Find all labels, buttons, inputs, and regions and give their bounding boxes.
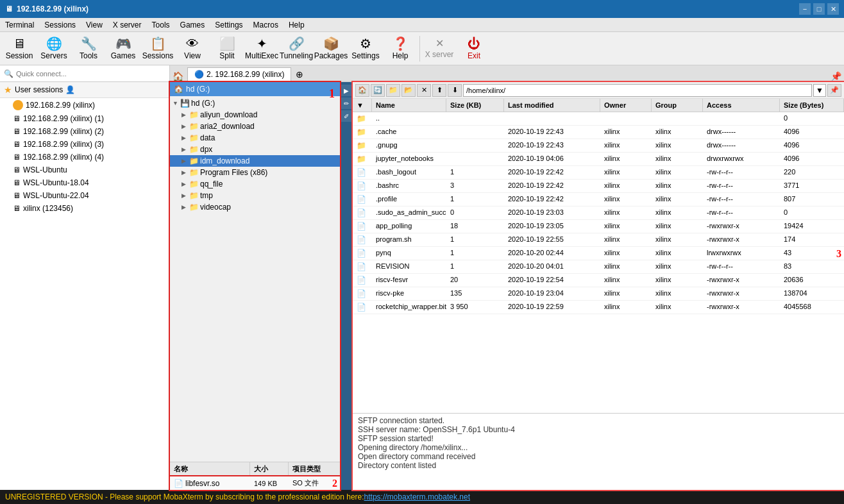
sftp-btn-delete[interactable]: ✕ <box>417 84 431 97</box>
tree-item-data[interactable]: ▶ 📁 data <box>170 132 340 144</box>
status-link[interactable]: https://mobaxterm.mobatek.net <box>364 492 470 501</box>
file-tree-content[interactable]: ▼ 💾 hd (G:) ▶ 📁 aliyun_download ▶ 📁 <box>170 96 340 462</box>
menu-sessions[interactable]: Sessions <box>39 18 81 31</box>
folder-icon-tmp: 📁 <box>189 191 199 200</box>
menu-terminal[interactable]: Terminal <box>0 18 39 31</box>
session-item-5[interactable]: 🖥 192.168.2.99 (xilinx) (4) <box>0 151 169 164</box>
sftp-row-sudo[interactable]: 📄 .sudo_as_admin_successful 0 2020-10-19… <box>353 206 844 220</box>
sftp-header-group[interactable]: Group <box>652 99 703 112</box>
sidebar-btn-3[interactable]: ✐ <box>341 110 352 122</box>
tool-tunneling[interactable]: 🔗 Tunneling <box>280 34 313 63</box>
session-item-wsl[interactable]: 🖥 WSL-Ubuntu <box>0 164 169 176</box>
local-file-row-1[interactable]: 📄 libfesvr.so 149 KB SO 文件 <box>170 476 340 490</box>
close-button[interactable]: ✕ <box>827 3 839 15</box>
session-item-2[interactable]: 🖥 192.168.2.99 (xilinx) (1) <box>0 112 169 125</box>
folder-icon-pf: 📁 <box>189 168 199 177</box>
sftp-header-size-kb[interactable]: Size (KB) <box>446 99 504 112</box>
sftp-row-cache[interactable]: 📁 .cache 2020-10-19 22:43 xilinx xilinx … <box>353 126 844 139</box>
sftp-row-bashrc[interactable]: 📄 .bashrc 3 2020-10-19 22:42 xilinx xili… <box>353 180 844 193</box>
main-layout: 🔍 ★ User sessions 👤 192.168.2.99 (xilinx… <box>0 65 844 490</box>
menu-settings[interactable]: Settings <box>210 18 248 31</box>
sftp-btn-download[interactable]: ⬇ <box>448 84 462 97</box>
sftp-cell-access-dotdot <box>703 112 780 125</box>
session-item-1[interactable]: 192.168.2.99 (xilinx) <box>0 98 169 112</box>
session-item-3[interactable]: 🖥 192.168.2.99 (xilinx) (2) <box>0 125 169 138</box>
session-item-wsl22[interactable]: 🖥 WSL-Ubuntu-22.04 <box>0 189 169 202</box>
sftp-btn-newfolder[interactable]: 📂 <box>401 84 416 97</box>
sftp-table-header: ▼ Name Size (KB) Last modified Owner Gro… <box>353 99 844 112</box>
sftp-header-modified[interactable]: Last modified <box>504 99 600 112</box>
tree-item-root[interactable]: ▼ 💾 hd (G:) <box>170 97 340 109</box>
sftp-header-sort[interactable]: ▼ <box>353 99 372 112</box>
tree-item-tmp[interactable]: ▶ 📁 tmp <box>170 190 340 201</box>
drive-icon: 💾 <box>180 99 190 108</box>
quick-connect-bar[interactable]: 🔍 <box>0 65 169 82</box>
sftp-row-rocketchip[interactable]: 📄 rocketchip_wrapper.bit.bin 3 950 2020-… <box>353 301 844 314</box>
sftp-row-revision[interactable]: 📄 REVISION 1 2020-10-20 04:01 xilinx xil… <box>353 260 844 274</box>
tree-item-videocap[interactable]: ▶ 📁 videocap <box>170 201 340 213</box>
tool-xserver[interactable]: ✕ X server <box>423 34 456 63</box>
sftp-row-gnupg[interactable]: 📁 .gnupg 2020-10-19 22:43 xilinx xilinx … <box>353 139 844 153</box>
sftp-row-pynq[interactable]: 📄 pynq 1 2020-10-20 02:44 xilinx xilinx … <box>353 247 844 260</box>
tool-servers[interactable]: 🌐 Servers <box>37 34 71 63</box>
tree-item-qqfile[interactable]: ▶ 📁 qq_file <box>170 178 340 190</box>
tab-main[interactable]: 🔵 2. 192.168.2.99 (xilinx) <box>187 67 291 81</box>
sftp-btn-pin[interactable]: 📌 <box>827 84 841 97</box>
sftp-cell-name-revision: REVISION <box>372 260 446 273</box>
sftp-row-riscv-pke[interactable]: 📄 riscv-pke 135 2020-10-19 23:04 xilinx … <box>353 287 844 301</box>
sftp-cell-size-profile: 1 <box>446 193 504 206</box>
menu-tools[interactable]: Tools <box>147 18 175 31</box>
menu-help[interactable]: Help <box>283 18 310 31</box>
tool-session[interactable]: 🖥 Session <box>3 34 36 63</box>
session-item-wsl18[interactable]: 🖥 WSL-Ubuntu-18.04 <box>0 176 169 189</box>
sftp-btn-upload[interactable]: ⬆ <box>432 84 446 97</box>
tool-sessions[interactable]: 📋 Sessions <box>141 34 174 63</box>
tool-split[interactable]: ⬜ Split <box>210 34 244 63</box>
sftp-cell-owner-gnupg: xilinx <box>600 139 652 152</box>
tool-games[interactable]: 🎮 Games <box>106 34 140 63</box>
session-item-4[interactable]: 🖥 192.168.2.99 (xilinx) (3) <box>0 138 169 151</box>
tool-packages[interactable]: 📦 Packages <box>314 34 348 63</box>
tree-item-programfiles[interactable]: ▶ 📁 Program Files (x86) <box>170 167 340 178</box>
sftp-row-jupyter[interactable]: 📁 jupyter_notebooks 2020-10-19 04:06 xil… <box>353 153 844 166</box>
sftp-path-input[interactable] <box>463 84 812 97</box>
menu-macros[interactable]: Macros <box>248 18 283 31</box>
session-item-xilinx[interactable]: 🖥 xilinx (123456) <box>0 202 169 215</box>
menu-games[interactable]: Games <box>175 18 210 31</box>
tool-settings[interactable]: ⚙ Settings <box>349 34 382 63</box>
tree-item-aliyun[interactable]: ▶ 📁 aliyun_download <box>170 109 340 121</box>
tree-item-aria2[interactable]: ▶ 📁 aria2_download <box>170 121 340 132</box>
tab-add-button[interactable]: ⊕ <box>292 67 307 81</box>
tool-tools[interactable]: 🔧 Tools <box>72 34 105 63</box>
maximize-button[interactable]: □ <box>813 3 825 15</box>
tool-multiexec[interactable]: ✦ MultiExec <box>245 34 278 63</box>
sftp-header-name[interactable]: Name <box>372 99 446 112</box>
tool-exit[interactable]: ⏻ Exit <box>457 34 491 63</box>
split-label: Split <box>219 51 234 60</box>
tree-item-idm[interactable]: ▶ 📁 idm_download <box>170 155 340 167</box>
sftp-cell-owner-bashrc: xilinx <box>600 180 652 192</box>
sftp-header-size-bytes[interactable]: Size (Bytes) <box>780 99 844 112</box>
sftp-row-riscv-fesvr[interactable]: 📄 riscv-fesvr 20 2020-10-19 22:54 xilinx… <box>353 274 844 287</box>
sftp-btn-home[interactable]: 🏠 <box>355 84 369 97</box>
menu-view[interactable]: View <box>81 18 108 31</box>
sidebar-btn-2[interactable]: ✏ <box>341 97 352 109</box>
menu-xserver[interactable]: X server <box>108 18 147 31</box>
sftp-row-profile[interactable]: 📄 .profile 1 2020-10-19 22:42 xilinx xil… <box>353 193 844 206</box>
sftp-header-access[interactable]: Access <box>703 99 780 112</box>
star-icon: ★ <box>4 85 12 95</box>
sftp-row-bash-logout[interactable]: 📄 .bash_logout 1 2020-10-19 22:42 xilinx… <box>353 166 844 180</box>
tool-view[interactable]: 👁 View <box>176 34 209 63</box>
sidebar-btn-1[interactable]: ▶ <box>341 85 352 96</box>
sftp-btn-folder[interactable]: 📁 <box>386 84 400 97</box>
sftp-btn-refresh[interactable]: 🔄 <box>371 84 385 97</box>
sftp-row-dotdot[interactable]: 📁 .. 0 <box>353 112 844 126</box>
sftp-path-refresh-btn[interactable]: ▼ <box>813 84 826 97</box>
sftp-row-app-polling[interactable]: 📄 app_polling 18 2020-10-19 23:05 xilinx… <box>353 220 844 233</box>
tree-item-dpx[interactable]: ▶ 📁 dpx <box>170 144 340 155</box>
minimize-button[interactable]: − <box>799 3 811 15</box>
sftp-header-owner[interactable]: Owner <box>600 99 652 112</box>
tool-help[interactable]: ❓ Help <box>384 34 417 63</box>
sftp-row-program-sh[interactable]: 📄 program.sh 1 2020-10-19 22:55 xilinx x… <box>353 233 844 247</box>
quick-connect-input[interactable] <box>16 70 165 78</box>
